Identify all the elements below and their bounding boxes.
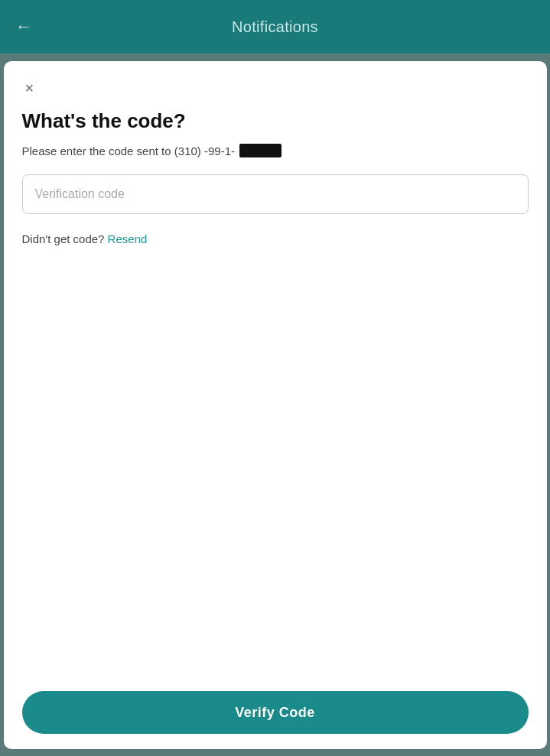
redacted-phone	[239, 144, 282, 157]
modal-subtitle: Please enter the code sent to (310) -99-…	[22, 144, 529, 157]
header-title: Notifications	[232, 18, 318, 36]
modal: × What's the code? Please enter the code…	[4, 61, 547, 749]
modal-title: What's the code?	[22, 109, 529, 133]
subtitle-text: Please enter the code sent to (310) -99-…	[22, 144, 236, 157]
header: ← Notifications	[0, 0, 550, 54]
resend-section: Didn't get code? Resend	[22, 232, 529, 245]
app-container: ← Notifications × What's the code? Pleas…	[0, 0, 550, 749]
resend-button[interactable]: Resend	[108, 232, 148, 245]
verify-code-button[interactable]: Verify Code	[22, 691, 529, 734]
verification-code-input[interactable]	[22, 174, 529, 214]
close-button[interactable]: ×	[22, 76, 37, 100]
resend-prompt-text: Didn't get code?	[22, 232, 105, 245]
back-button[interactable]: ←	[15, 17, 32, 37]
